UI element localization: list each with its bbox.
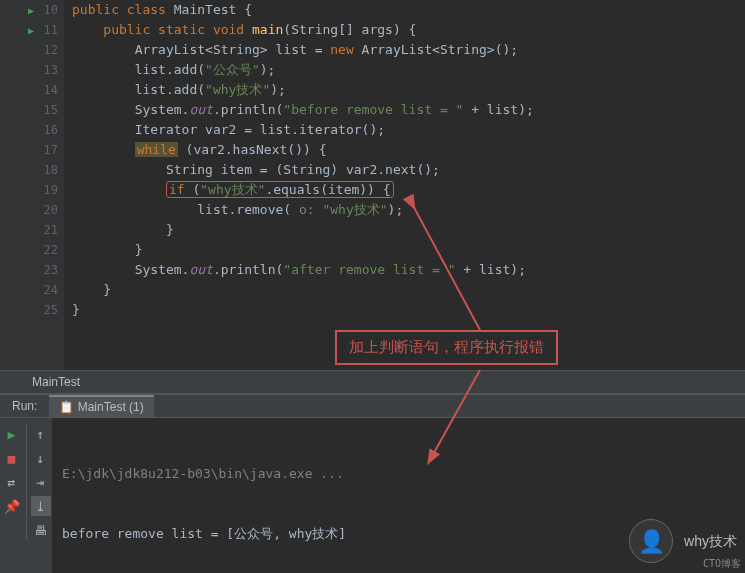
settings-icon[interactable]: ⇄ xyxy=(2,472,22,492)
svg-line-1 xyxy=(430,370,480,460)
pin-icon[interactable]: 📌 xyxy=(2,496,22,516)
soft-wrap-icon[interactable]: ⇥ xyxy=(31,472,51,492)
gutter-line[interactable]: 24 xyxy=(0,280,64,300)
annotation-arrow-1 xyxy=(400,190,530,340)
gutter-line[interactable]: 13 xyxy=(0,60,64,80)
gutter-line[interactable]: 12 xyxy=(0,40,64,60)
scroll-up-icon[interactable]: ↑ xyxy=(31,424,51,444)
watermark-sub: CTO博客 xyxy=(703,557,741,571)
gutter-line[interactable]: ▶10 xyxy=(0,0,64,20)
run-gutter-icon[interactable]: ▶ xyxy=(28,5,34,16)
gutter-line[interactable]: 17 xyxy=(0,140,64,160)
run-tab[interactable]: 📋 MainTest (1) xyxy=(49,395,153,417)
gutter-line[interactable]: 23 xyxy=(0,260,64,280)
print-icon[interactable]: 🖶 xyxy=(31,520,51,540)
gutter-line[interactable]: 14 xyxy=(0,80,64,100)
gutter-line[interactable]: 22 xyxy=(0,240,64,260)
scroll-to-end-icon[interactable]: ⤓ xyxy=(31,496,51,516)
svg-line-0 xyxy=(410,200,480,330)
annotation-arrow-2 xyxy=(420,365,500,465)
editor-tab[interactable]: MainTest xyxy=(32,375,80,389)
editor-tabs-bar: MainTest xyxy=(0,370,745,394)
gutter-line[interactable]: 18 xyxy=(0,160,64,180)
gutter-line[interactable]: 16 xyxy=(0,120,64,140)
gutter: ▶10 ▶11 12 13 14 15 16 17 18 19 20 21 22… xyxy=(0,0,64,370)
gutter-line[interactable]: 20 xyxy=(0,200,64,220)
watermark-avatar: 👤 xyxy=(629,519,673,563)
run-toolwindow-header: Run: 📋 MainTest (1) xyxy=(0,394,745,418)
gutter-line[interactable]: ▶11 xyxy=(0,20,64,40)
editor-pane: ▶10 ▶11 12 13 14 15 16 17 18 19 20 21 22… xyxy=(0,0,745,370)
annotation-callout: 加上判断语句，程序执行报错 xyxy=(335,330,558,365)
run-icon[interactable]: ▶ xyxy=(2,424,22,444)
gutter-line[interactable]: 15 xyxy=(0,100,64,120)
console-gutter: ▶ ■ ⇄ 📌 ↑ ↓ ⇥ ⤓ 🖶 xyxy=(0,418,52,573)
run-label: Run: xyxy=(0,399,49,413)
scroll-down-icon[interactable]: ↓ xyxy=(31,448,51,468)
run-gutter-icon[interactable]: ▶ xyxy=(28,25,34,36)
console-line: E:\jdk\jdk8u212-b03\bin\java.exe ... xyxy=(62,464,735,484)
stop-icon[interactable]: ■ xyxy=(2,448,22,468)
watermark-text: why技术 xyxy=(684,533,737,551)
gutter-line[interactable]: 21 xyxy=(0,220,64,240)
gutter-line[interactable]: 19 xyxy=(0,180,64,200)
highlight-if: if ("why技术".equals(item)) { xyxy=(166,181,394,198)
gutter-line[interactable]: 25 xyxy=(0,300,64,320)
